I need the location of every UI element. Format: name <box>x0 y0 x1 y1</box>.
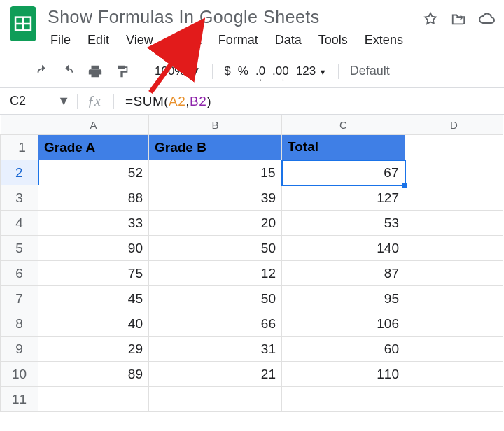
cell-A1[interactable]: Grade A <box>38 135 149 160</box>
cell-A4[interactable]: 33 <box>38 211 149 236</box>
cell-B1[interactable]: Grade B <box>149 135 282 160</box>
cell-D5[interactable] <box>405 236 503 261</box>
cell-A9[interactable]: 29 <box>38 337 149 362</box>
menu-view[interactable]: View <box>119 30 160 50</box>
cell-D6[interactable] <box>405 261 503 286</box>
col-header-C[interactable]: C <box>282 115 405 135</box>
star-icon[interactable] <box>421 10 440 28</box>
sheets-logo[interactable] <box>8 4 38 43</box>
toolbar: 100%▼ $ % .0← .00→ 123 ▼ Default <box>0 55 504 88</box>
cell-D1[interactable] <box>405 135 503 160</box>
font-select[interactable]: Default <box>350 64 390 78</box>
fx-icon: ƒx <box>78 93 113 109</box>
table-row: 4 33 20 53 <box>1 211 503 236</box>
move-icon[interactable] <box>449 10 468 28</box>
row-header-2[interactable]: 2 <box>1 160 38 185</box>
formula-input[interactable]: =SUM(A2,B2) <box>114 93 211 109</box>
col-header-A[interactable]: A <box>38 115 149 135</box>
row-header-1[interactable]: 1 <box>1 135 38 160</box>
print-button[interactable] <box>85 62 105 81</box>
cell-A6[interactable]: 75 <box>38 261 149 286</box>
title-bar: Show Formulas In Google Sheets File Edit… <box>0 0 504 55</box>
cell-B7[interactable]: 50 <box>149 286 282 311</box>
cell-D8[interactable] <box>405 311 503 337</box>
active-cell-ref: C2 <box>10 94 26 108</box>
menu-edit[interactable]: Edit <box>80 30 116 50</box>
formula-ref-b: B2 <box>190 94 206 108</box>
cell-B8[interactable]: 66 <box>149 311 282 337</box>
cell-A8[interactable]: 40 <box>38 311 149 337</box>
cell-D4[interactable] <box>405 211 503 236</box>
row-header-8[interactable]: 8 <box>1 311 38 337</box>
cell-B6[interactable]: 12 <box>149 261 282 286</box>
cell-A5[interactable]: 90 <box>38 236 149 261</box>
increase-decimal-button[interactable]: .00→ <box>272 64 289 78</box>
table-row: 10 89 21 110 <box>1 362 503 387</box>
row-header-5[interactable]: 5 <box>1 236 38 261</box>
cell-C1[interactable]: Total <box>282 135 405 160</box>
cell-C6[interactable]: 87 <box>282 261 405 286</box>
row-header-9[interactable]: 9 <box>1 337 38 362</box>
row-header-11[interactable]: 11 <box>1 387 38 412</box>
undo-button[interactable] <box>32 62 52 81</box>
cell-D11[interactable] <box>405 387 503 412</box>
name-box[interactable]: C2 ▼ <box>0 94 77 108</box>
paint-format-button[interactable] <box>112 62 132 81</box>
row-header-10[interactable]: 10 <box>1 362 38 387</box>
cell-D7[interactable] <box>405 286 503 311</box>
menu-format[interactable]: Format <box>211 30 265 50</box>
title-actions <box>421 4 496 28</box>
cell-C8[interactable]: 106 <box>282 311 405 337</box>
col-header-B[interactable]: B <box>149 115 282 135</box>
decrease-decimal-button[interactable]: .0← <box>255 64 265 78</box>
cell-B5[interactable]: 50 <box>149 236 282 261</box>
spreadsheet-grid[interactable]: A B C D 1 Grade A Grade B Total 2 52 15 … <box>0 115 503 412</box>
cell-B4[interactable]: 20 <box>149 211 282 236</box>
cell-A11[interactable] <box>38 387 149 412</box>
cloud-icon[interactable] <box>477 10 496 28</box>
row-header-3[interactable]: 3 <box>1 185 38 211</box>
cell-D3[interactable] <box>405 185 503 211</box>
cell-A2[interactable]: 52 <box>38 160 149 185</box>
cell-A3[interactable]: 88 <box>38 185 149 211</box>
cell-B2[interactable]: 15 <box>149 160 282 185</box>
table-row: 3 88 39 127 <box>1 185 503 211</box>
cell-D9[interactable] <box>405 337 503 362</box>
cell-B9[interactable]: 31 <box>149 337 282 362</box>
cell-B10[interactable]: 21 <box>149 362 282 387</box>
formula-ref-a: A2 <box>169 94 186 108</box>
cell-C9[interactable]: 60 <box>282 337 405 362</box>
menu-tools[interactable]: Tools <box>312 30 355 50</box>
cell-C4[interactable]: 53 <box>282 211 405 236</box>
row-header-7[interactable]: 7 <box>1 286 38 311</box>
separator <box>338 64 339 79</box>
document-title[interactable]: Show Formulas In Google Sheets <box>43 4 416 29</box>
row-header-6[interactable]: 6 <box>1 261 38 286</box>
table-row: 5 90 50 140 <box>1 236 503 261</box>
cell-C2[interactable]: 67 <box>282 160 405 185</box>
cell-B11[interactable] <box>149 387 282 412</box>
cell-C5[interactable]: 140 <box>282 236 405 261</box>
cell-C11[interactable] <box>282 387 405 412</box>
col-header-D[interactable]: D <box>405 115 503 135</box>
cell-A10[interactable]: 89 <box>38 362 149 387</box>
format-currency-button[interactable]: $ <box>224 64 230 78</box>
more-formats-button[interactable]: 123 ▼ <box>296 64 327 78</box>
row-header-4[interactable]: 4 <box>1 211 38 236</box>
cell-C3[interactable]: 127 <box>282 185 405 211</box>
cell-D2[interactable] <box>405 160 503 185</box>
zoom-select[interactable]: 100%▼ <box>155 64 201 78</box>
cell-A7[interactable]: 45 <box>38 286 149 311</box>
menu-data[interactable]: Data <box>268 30 309 50</box>
format-percent-button[interactable]: % <box>238 64 248 78</box>
menu-insert[interactable]: Insert <box>163 30 209 50</box>
select-all-corner[interactable] <box>1 115 38 135</box>
chevron-down-icon: ▼ <box>319 68 327 76</box>
cell-B3[interactable]: 39 <box>149 185 282 211</box>
redo-button[interactable] <box>59 62 78 81</box>
cell-D10[interactable] <box>405 362 503 387</box>
menu-file[interactable]: File <box>43 30 78 50</box>
cell-C10[interactable]: 110 <box>282 362 405 387</box>
cell-C7[interactable]: 95 <box>282 286 405 311</box>
menu-extensions[interactable]: Extens <box>358 30 410 50</box>
